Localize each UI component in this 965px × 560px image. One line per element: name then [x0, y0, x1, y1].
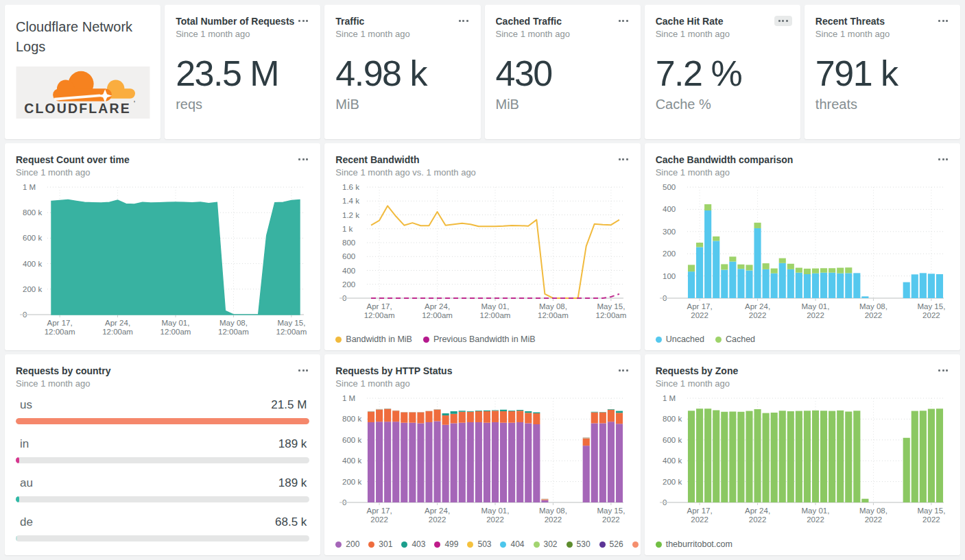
zone-bar-chart[interactable]: 1 M800 k600 k400 k200 k0Apr 17,2022Apr 2… — [656, 391, 949, 526]
legend-label: 302 — [544, 539, 558, 549]
panel-traffic: Traffic Since 1 month ago 4.98 k MiB — [324, 5, 480, 139]
stat-value: 430 — [496, 56, 630, 91]
panel-requests-by-zone: Requests by Zone Since 1 month ago 1 M80… — [645, 354, 960, 555]
svg-text:12:00am: 12:00am — [538, 311, 569, 319]
svg-text:Apr 24,: Apr 24, — [105, 319, 130, 327]
panel-subtitle: Since 1 month ago — [656, 378, 949, 389]
svg-text:2022: 2022 — [748, 515, 766, 524]
svg-text:1.6 k: 1.6 k — [342, 183, 359, 191]
ellipsis-menu-icon[interactable] — [934, 16, 952, 26]
svg-text:2022: 2022 — [864, 515, 882, 524]
svg-text:600: 600 — [342, 252, 355, 260]
ellipsis-menu-icon[interactable] — [774, 16, 792, 26]
svg-text:May 15,: May 15, — [917, 302, 945, 311]
legend-item[interactable]: theburritobot.com — [656, 539, 732, 549]
svg-text:300: 300 — [663, 228, 676, 236]
panel-title: Requests by HTTP Status — [335, 365, 629, 376]
stat-unit: Cache % — [656, 97, 789, 112]
ellipsis-menu-icon[interactable] — [615, 16, 632, 26]
legend-item[interactable]: Bandwidth in MiB — [335, 334, 412, 344]
svg-text:May 08,: May 08, — [219, 319, 248, 327]
country-bar-fill — [16, 418, 309, 424]
panel-cached-traffic: Cached Traffic Since 1 month ago 430 MiB — [485, 5, 641, 139]
svg-text:May 01,: May 01, — [801, 302, 829, 311]
svg-text:600 k: 600 k — [663, 436, 682, 444]
svg-text:1 M: 1 M — [23, 183, 36, 191]
country-label: us — [20, 398, 32, 412]
cache-bandwidth-bar-chart[interactable]: 5004003002001000Apr 17,2022Apr 24,2022Ma… — [656, 180, 949, 321]
svg-text:12:00am: 12:00am — [276, 328, 307, 336]
country-bar-fill — [16, 457, 19, 463]
legend-label: 404 — [510, 539, 524, 549]
legend-dot-icon — [599, 541, 606, 548]
cloudflare-wordmark: CLOUDFLARE — [24, 101, 131, 116]
legend-item[interactable]: 404 — [500, 539, 524, 549]
country-value: 189 k — [278, 437, 307, 451]
country-bar-fill — [16, 535, 17, 541]
ellipsis-menu-icon[interactable] — [294, 365, 312, 376]
country-bar-track — [16, 535, 309, 541]
svg-text:1.2 k: 1.2 k — [342, 211, 359, 219]
panel-subtitle: Since 1 month ago — [815, 29, 949, 39]
legend-item[interactable]: Cached — [715, 334, 755, 344]
legend-label: 301 — [379, 539, 392, 549]
legend-dot-icon — [534, 541, 540, 548]
country-label: in — [20, 437, 29, 451]
stat-unit: threats — [815, 97, 949, 112]
legend-item[interactable]: 499 — [434, 539, 458, 549]
panel-subtitle: Since 1 month ago — [496, 29, 630, 39]
svg-text:12:00am: 12:00am — [102, 328, 133, 336]
cloudflare-logo: CLOUDFLARE ' — [16, 66, 150, 121]
legend-dot-icon — [567, 541, 573, 548]
svg-text:1 M: 1 M — [663, 394, 676, 402]
svg-text:1.4 k: 1.4 k — [342, 197, 359, 205]
country-bar-list: us21.5 Min189 kau189 kde68.5 k — [16, 398, 309, 541]
legend-item[interactable]: 301 — [368, 539, 392, 549]
svg-text:800 k: 800 k — [663, 415, 682, 423]
request-count-area-chart[interactable]: 1 M800 k600 k400 k200 k0Apr 17,12:00amAp… — [16, 180, 309, 338]
legend-item[interactable]: 526 — [599, 539, 623, 549]
svg-text:': ' — [134, 99, 135, 108]
legend-item[interactable]: 200 — [335, 539, 359, 549]
svg-text:800 k: 800 k — [342, 415, 361, 423]
legend-item[interactable]: 530 — [567, 539, 591, 549]
svg-text:May 01,: May 01, — [481, 302, 510, 311]
legend-item[interactable]: 403 — [401, 539, 425, 549]
country-row: in189 k — [16, 437, 309, 463]
legend-label: 200 — [346, 539, 359, 549]
svg-text:1 M: 1 M — [342, 394, 355, 402]
http-status-bar-chart[interactable]: 1 M800 k600 k400 k200 k0Apr 17,2022Apr 2… — [335, 391, 629, 526]
ellipsis-menu-icon[interactable] — [615, 365, 632, 376]
bandwidth-line-chart[interactable]: 1.6 k1.4 k1.2 k1 k8006004002000Apr 17,12… — [335, 180, 629, 321]
ellipsis-menu-icon[interactable] — [294, 16, 312, 26]
legend-item[interactable]: Previous Bandwidth in MiB — [423, 334, 536, 344]
panel-request-count-over-time: Request Count over time Since 1 month ag… — [5, 143, 320, 350]
panel-subtitle: Since 1 month ago — [335, 378, 629, 389]
legend-item[interactable]: 302 — [534, 539, 558, 549]
ellipsis-menu-icon[interactable] — [455, 16, 473, 26]
ellipsis-menu-icon[interactable] — [934, 365, 952, 376]
svg-text:2022: 2022 — [922, 311, 940, 319]
ellipsis-menu-icon[interactable] — [934, 154, 952, 165]
svg-text:2022: 2022 — [371, 515, 389, 524]
svg-text:2022: 2022 — [429, 515, 446, 524]
svg-text:2022: 2022 — [807, 515, 824, 524]
svg-text:2022: 2022 — [864, 311, 882, 319]
brand-panel: Cloudflare Network Logs CLOUDFLARE ' — [5, 5, 160, 139]
ellipsis-menu-icon[interactable] — [294, 154, 312, 165]
legend-item[interactable]: Uncached — [656, 334, 704, 344]
country-value: 21.5 M — [271, 398, 307, 412]
svg-text:12:00am: 12:00am — [218, 328, 249, 336]
svg-text:Apr 17,: Apr 17, — [687, 302, 712, 311]
svg-text:Apr 24,: Apr 24, — [745, 302, 770, 311]
legend-label: 530 — [577, 539, 591, 549]
panel-subtitle: Since 1 month ago — [656, 167, 949, 178]
chart-legend: 200301403499503404302530526524 — [335, 539, 634, 549]
legend-item[interactable]: 503 — [467, 539, 491, 549]
stat-value: 4.98 k — [335, 56, 469, 91]
country-bar-track — [16, 496, 309, 502]
legend-item[interactable]: 524 — [632, 539, 641, 549]
ellipsis-menu-icon[interactable] — [615, 154, 632, 165]
svg-text:May 15,: May 15, — [597, 302, 626, 311]
svg-text:600 k: 600 k — [23, 234, 42, 242]
